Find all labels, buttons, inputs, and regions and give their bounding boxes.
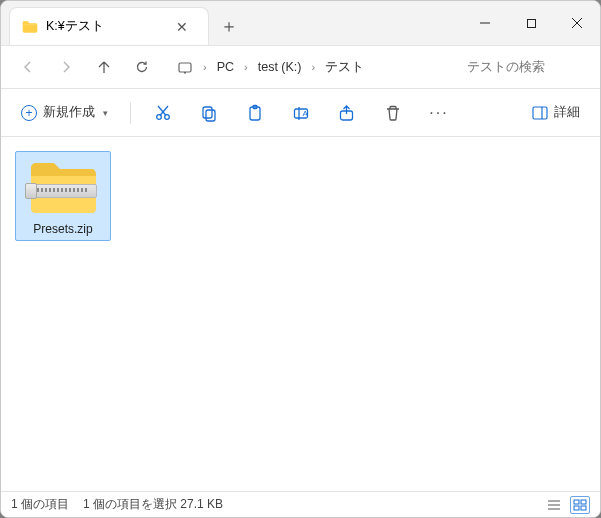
close-button[interactable] <box>554 1 600 45</box>
search-placeholder: テストの検索 <box>467 59 545 76</box>
details-pane-button[interactable]: 詳細 <box>524 99 588 126</box>
plus-circle-icon: + <box>21 105 37 121</box>
status-count: 1 個の項目 <box>11 496 69 513</box>
delete-button[interactable] <box>375 97 411 129</box>
breadcrumb-item-pc[interactable]: PC <box>211 56 240 78</box>
back-button[interactable] <box>11 51 45 83</box>
nav-row: › PC › test (K:) › テスト テストの検索 <box>1 45 600 89</box>
svg-rect-4 <box>179 63 191 72</box>
toolbar: + 新規作成 ▾ A ··· 詳細 <box>1 89 600 137</box>
breadcrumb: › PC › test (K:) › テスト <box>163 55 456 80</box>
chevron-down-icon: ▾ <box>103 108 108 118</box>
tab-close-icon[interactable]: ✕ <box>170 17 194 37</box>
breadcrumb-item-drive[interactable]: test (K:) <box>252 56 308 78</box>
svg-rect-24 <box>581 500 586 504</box>
svg-rect-10 <box>203 107 212 118</box>
details-pane-icon <box>532 106 548 120</box>
separator <box>130 102 131 124</box>
forward-button[interactable] <box>49 51 83 83</box>
svg-rect-23 <box>574 500 579 504</box>
copy-button[interactable] <box>191 97 227 129</box>
folder-icon <box>22 20 38 34</box>
refresh-button[interactable] <box>125 51 159 83</box>
file-grid[interactable]: Presets.zip <box>1 137 600 491</box>
paste-button[interactable] <box>237 97 273 129</box>
cut-button[interactable] <box>145 97 181 129</box>
svg-rect-11 <box>206 110 215 121</box>
view-icons-button[interactable] <box>570 496 590 514</box>
rename-button[interactable]: A <box>283 97 319 129</box>
search-input[interactable]: テストの検索 <box>460 52 590 82</box>
new-item-button[interactable]: + 新規作成 ▾ <box>13 99 116 126</box>
svg-rect-18 <box>533 107 547 119</box>
breadcrumb-root-icon[interactable] <box>171 56 199 78</box>
file-name: Presets.zip <box>18 222 108 236</box>
svg-rect-25 <box>574 506 579 510</box>
more-button[interactable]: ··· <box>421 97 457 129</box>
up-button[interactable] <box>87 51 121 83</box>
window-controls <box>462 1 600 45</box>
tab[interactable]: K:¥テスト ✕ <box>9 7 209 45</box>
status-bar: 1 個の項目 1 個の項目を選択 27.1 KB <box>1 491 600 517</box>
zip-folder-icon <box>27 158 99 216</box>
view-details-button[interactable] <box>544 496 564 514</box>
maximize-button[interactable] <box>508 1 554 45</box>
chevron-right-icon: › <box>311 61 315 73</box>
minimize-button[interactable] <box>462 1 508 45</box>
new-label: 新規作成 <box>43 104 95 121</box>
svg-rect-1 <box>527 19 535 27</box>
svg-rect-5 <box>184 72 186 74</box>
new-tab-button[interactable]: ＋ <box>209 7 249 45</box>
share-button[interactable] <box>329 97 365 129</box>
status-selection: 1 個の項目を選択 27.1 KB <box>83 496 223 513</box>
details-label: 詳細 <box>554 104 580 121</box>
chevron-right-icon: › <box>244 61 248 73</box>
explorer-window: K:¥テスト ✕ ＋ <box>0 0 601 518</box>
chevron-right-icon: › <box>203 61 207 73</box>
titlebar: K:¥テスト ✕ ＋ <box>1 1 600 45</box>
breadcrumb-item-folder[interactable]: テスト <box>319 55 370 80</box>
svg-rect-26 <box>581 506 586 510</box>
svg-text:A: A <box>303 109 309 118</box>
tab-title: K:¥テスト <box>46 18 104 35</box>
file-item[interactable]: Presets.zip <box>15 151 111 241</box>
